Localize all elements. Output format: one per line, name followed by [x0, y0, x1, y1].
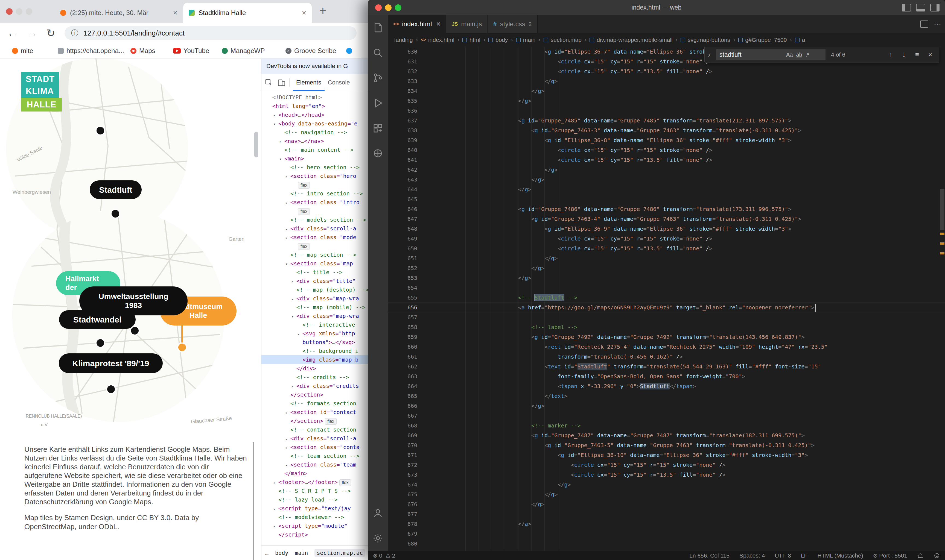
code-line[interactable]: 634 </g>: [388, 86, 945, 96]
devtools-node[interactable]: <!-- map (desktop) -->: [261, 285, 372, 294]
code-line[interactable]: 655 <!-- Stadtluft -->: [388, 293, 945, 303]
devtools-node[interactable]: ▾<section class="map: [261, 259, 372, 268]
text-link[interactable]: Stamen Design: [64, 514, 113, 522]
devtools-node[interactable]: <!-- title -->: [261, 268, 372, 277]
code-line[interactable]: 668 <!-- marker -->: [388, 421, 945, 431]
expand-arrow-icon[interactable]: ▸: [283, 435, 290, 443]
extensions-icon[interactable]: [368, 115, 388, 141]
window-close-icon[interactable]: [6, 8, 12, 15]
code-line[interactable]: 642 </g>: [388, 165, 945, 175]
window-minimize-icon[interactable]: [385, 5, 392, 11]
devtools-node[interactable]: <!-- background i: [261, 346, 372, 355]
expand-arrow-icon[interactable]: ▸: [289, 295, 296, 303]
devtools-node[interactable]: <!-- main content -->: [261, 145, 372, 154]
browser-tab[interactable]: Stadtklima Halle×: [183, 3, 312, 23]
devtools-crumb-item[interactable]: section.map.ac: [314, 549, 365, 557]
devtools-tab-console[interactable]: Console: [325, 74, 353, 91]
inspect-element-icon[interactable]: [264, 78, 273, 87]
bookmark-item[interactable]: [346, 43, 355, 58]
expand-arrow-icon[interactable]: ▾: [277, 155, 284, 163]
code-line[interactable]: 650 <circle cx="15" cy="15" r="13.5" fil…: [388, 243, 945, 253]
code-line[interactable]: 665 </text>: [388, 391, 945, 401]
pill-klimaprotest[interactable]: Klimaprotest '89/'19: [59, 353, 163, 373]
code-line[interactable]: 647 <g id="Gruppe_7463-4" data-name="Gru…: [388, 214, 945, 224]
live-share-icon[interactable]: [368, 141, 388, 166]
editor-tab[interactable]: #style.css2: [487, 15, 537, 33]
back-icon[interactable]: ←: [7, 27, 17, 39]
find-expand-icon[interactable]: ›: [708, 51, 714, 59]
devtools-node[interactable]: <!-- intro section -->: [261, 189, 372, 198]
flex-badge[interactable]: flex: [298, 243, 310, 250]
code-line[interactable]: 671 <g id="Ellipse_36-10" data-name="Ell…: [388, 450, 945, 460]
code-line[interactable]: 635 </g>: [388, 96, 945, 106]
breadcrumb-item[interactable]: <>index.html: [421, 37, 455, 43]
expand-arrow-icon[interactable]: ▸: [271, 522, 278, 530]
breadcrumb-item[interactable]: svg.map-buttons: [681, 37, 730, 43]
code-line[interactable]: 657: [388, 312, 945, 322]
source-control-icon[interactable]: [368, 65, 388, 91]
devtools-node[interactable]: <!-- credits -->: [261, 373, 372, 382]
code-line[interactable]: 672 <circle cx="15" cy="15" r="15" strok…: [388, 460, 945, 470]
devtools-crumb-item[interactable]: body: [275, 549, 288, 556]
expand-arrow-icon[interactable]: ▸: [289, 277, 296, 285]
devtools-node[interactable]: ▾<div class="map-wra: [261, 312, 372, 320]
breadcrumb-item[interactable]: g#Gruppe_7500: [738, 37, 787, 43]
browser-tab[interactable]: (2:25) mite. Heute, 30. Mär×: [55, 3, 183, 23]
code-line[interactable]: 664 <tspan x="-33.296" y="0">Stadtluft</…: [388, 381, 945, 391]
scrollbar-thumb[interactable]: [940, 189, 945, 230]
code-line[interactable]: 651 </g>: [388, 253, 945, 263]
expand-arrow-icon[interactable]: ▸: [295, 329, 302, 338]
status-item[interactable]: Ln 656, Col 115: [689, 552, 729, 559]
toggle-panel-icon[interactable]: [916, 4, 925, 11]
code-line[interactable]: 645: [388, 194, 945, 204]
devtools-node[interactable]: ▸<footer>…</footer>flex: [261, 478, 372, 486]
status-item[interactable]: HTML (Mustache): [817, 552, 863, 559]
expand-arrow-icon[interactable]: ▸: [271, 505, 278, 513]
code-line[interactable]: 632 <circle cx="15" cy="15" r="13.5" fil…: [388, 66, 945, 76]
devtools-node[interactable]: ▸<div class="credits: [261, 382, 372, 390]
devtools-node[interactable]: ▸<nav>…</nav>: [261, 137, 372, 145]
split-editor-icon[interactable]: [920, 20, 928, 28]
editor-tab[interactable]: JSmain.js: [446, 15, 487, 33]
code-line[interactable]: 654: [388, 283, 945, 293]
code-line[interactable]: 677: [388, 509, 945, 519]
breadcrumb-item[interactable]: div.map-wrapper.mobile-small: [589, 37, 672, 43]
text-link[interactable]: OpenStreetMap: [24, 523, 75, 531]
devtools-node[interactable]: ▸<section id="contact: [261, 408, 372, 417]
devtools-node[interactable]: ▸<div class="scroll-a: [261, 434, 372, 443]
window-zoom-icon[interactable]: [395, 5, 401, 11]
code-line[interactable]: 660 <rect id="Rechteck_2275-4" data-name…: [388, 342, 945, 352]
code-line[interactable]: 670 <g id="Gruppe_7463-5" data-name="Gru…: [388, 440, 945, 450]
devtools-node[interactable]: flex: [261, 207, 372, 215]
devtools-node[interactable]: ▸<svg xmlns="http: [261, 329, 372, 338]
forward-icon[interactable]: →: [27, 27, 37, 39]
breadcrumb-item[interactable]: landing: [394, 37, 413, 43]
code-line[interactable]: 678 </a>: [388, 519, 945, 529]
find-input[interactable]: Aa ab .*: [716, 49, 826, 60]
devtools-node[interactable]: ▸<div class="title": [261, 277, 372, 285]
code-line[interactable]: 643 </g>: [388, 175, 945, 185]
expand-arrow-icon[interactable]: ▸: [289, 382, 296, 390]
bookmark-item[interactable]: https://chat.opena...: [58, 43, 124, 58]
code-line[interactable]: 675 </g>: [388, 489, 945, 499]
toggle-secondary-sidebar-icon[interactable]: [930, 4, 940, 11]
devtools-node[interactable]: ▸<div class="map-wra: [261, 294, 372, 303]
port-indicator[interactable]: ⊘ Port : 5501: [873, 552, 907, 559]
expand-arrow-icon[interactable]: ▸: [271, 478, 278, 486]
code-line[interactable]: 667: [388, 411, 945, 421]
explorer-icon[interactable]: [368, 15, 388, 40]
window-minimize-icon[interactable]: [16, 8, 22, 15]
code-line[interactable]: 652 </g>: [388, 263, 945, 273]
devtools-node[interactable]: <!-- S C R I P T S -->: [261, 486, 372, 495]
code-line[interactable]: 639 <g id="Ellipse_36-8" data-name="Elli…: [388, 135, 945, 145]
code-line[interactable]: 661 transform="translate(-0.456 0.162)" …: [388, 352, 945, 362]
flex-badge[interactable]: flex: [325, 418, 337, 425]
devtools-node[interactable]: ▾<body data-aos-easing="e: [261, 119, 372, 128]
text-link[interactable]: CC BY 3.0: [137, 514, 170, 522]
devtools-node[interactable]: ▸<script type="text/jav: [261, 504, 372, 513]
run-debug-icon[interactable]: [368, 91, 388, 115]
devtools-node[interactable]: ▸<section class="team: [261, 460, 372, 469]
expand-arrow-icon[interactable]: ▸: [283, 172, 290, 180]
whole-word-icon[interactable]: ab: [796, 52, 802, 58]
code-line[interactable]: 676 </g>: [388, 499, 945, 509]
